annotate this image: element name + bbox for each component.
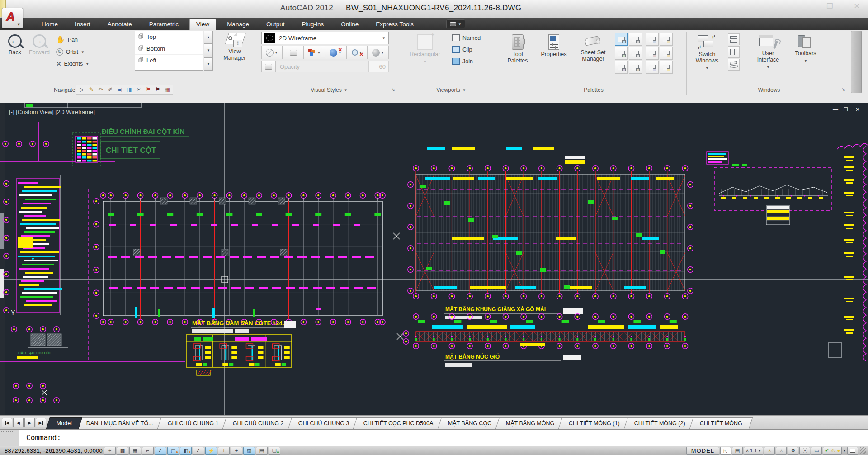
view-manager-button[interactable]: ≡≡ View Manager xyxy=(217,31,252,63)
clipboard-button[interactable] xyxy=(629,61,642,74)
visual-style-wireframe-button[interactable]: ▼ xyxy=(261,46,283,59)
drawing-canvas[interactable]: [-] [Custom View] [2D Wireframe]—❒✕ĐIỀU … xyxy=(0,103,868,415)
views-expand-icon[interactable]: ▼ xyxy=(204,57,213,71)
flag-red-toolbar-button[interactable]: ⚑ xyxy=(144,85,153,94)
model-space-button[interactable]: MODEL xyxy=(686,447,719,455)
view-preset-top[interactable]: Top xyxy=(135,31,203,43)
view-preset-left[interactable]: Left xyxy=(135,55,203,66)
color-faces-button[interactable]: ▼ xyxy=(304,46,325,59)
blue-square-toolbar-button[interactable]: ▣ xyxy=(115,85,124,94)
command-window[interactable]: Command: xyxy=(0,429,868,446)
ribbon-tab-home[interactable]: Home xyxy=(35,19,64,30)
tab-layout-3[interactable]: GHI CHÚ CHUNG 3 xyxy=(288,417,360,429)
grid-dots-toggle[interactable]: ▩ xyxy=(117,447,128,455)
next-tab-button[interactable]: ▶ xyxy=(24,418,35,427)
materials-browser-button[interactable] xyxy=(646,47,659,60)
orbit-button[interactable]: ↻ Orbit▼ xyxy=(54,47,91,57)
grid-toggle[interactable]: ▦ xyxy=(129,447,141,455)
viewport-rectangular-button[interactable]: ✦ Rectangular ▼ xyxy=(404,33,446,67)
views-list[interactable]: TopBottomLeft xyxy=(135,31,203,71)
tab-layout-5[interactable]: MẶT BẰNG CỌC xyxy=(438,417,502,429)
tab-layout-9[interactable]: CHI TIẾT MÓNG xyxy=(689,417,753,429)
viewport-clip-button[interactable]: Clip xyxy=(450,45,482,54)
snap-toggle[interactable]: ⌖ xyxy=(104,447,116,455)
tab-layout-6[interactable]: MẶT BẰNG MÓNG xyxy=(495,417,565,429)
switch-windows-button[interactable]: ↱↱ Switch Windows▼ xyxy=(690,33,724,73)
half-box-toolbar-button[interactable]: ◨ xyxy=(125,85,134,94)
view-preset-bottom[interactable]: Bottom xyxy=(135,43,203,55)
panel-launcher-icon[interactable]: ↘ xyxy=(842,87,845,92)
plot-ok-icon[interactable]: ✔ xyxy=(825,448,829,454)
materials-button[interactable]: ▼ xyxy=(368,46,389,59)
quick-props-toggle[interactable]: ▤ xyxy=(256,447,268,455)
tab-layout-1[interactable]: GHI CHÚ CHUNG 1 xyxy=(157,417,229,429)
perp-snap-toggle[interactable]: ⊥ xyxy=(218,447,230,455)
shadows-off-button[interactable]: ✕▼ xyxy=(325,46,346,59)
annotation-scale-button[interactable]: ⋏1:1▼ xyxy=(744,447,763,455)
tile-vertically-button[interactable] xyxy=(728,46,740,58)
flag-dark-toolbar-button[interactable]: ⚑ xyxy=(153,85,162,94)
viewport-named-button[interactable]: Named xyxy=(450,33,482,42)
warning-icon[interactable]: ⚠ xyxy=(831,448,835,454)
transparency-toggle[interactable]: ▨ xyxy=(243,447,255,455)
bulb-icon[interactable]: ● xyxy=(837,448,840,453)
user-interface-button[interactable]: User Interface▼ xyxy=(751,33,785,72)
isodraft-toggle[interactable]: ∠ xyxy=(193,447,204,455)
section-off-button[interactable]: ✕▼ xyxy=(346,46,368,59)
views-scroll-up-icon[interactable]: ▲ xyxy=(204,31,213,44)
application-menu-button[interactable]: A ▼ xyxy=(2,8,23,28)
tab-layout-0[interactable]: DANH MỤC BẢN VẼ TỔ... xyxy=(76,417,164,429)
opacity-button[interactable] xyxy=(261,61,276,72)
layout-tab-button[interactable]: ▤ xyxy=(732,447,743,455)
layer-properties-button[interactable] xyxy=(615,47,628,60)
polar-toggle[interactable]: ∠ xyxy=(155,447,166,455)
hardware-accel-button[interactable]: ▭ xyxy=(811,447,822,455)
command-line-palette-button[interactable] xyxy=(615,33,628,46)
sun-properties-button[interactable] xyxy=(660,61,673,74)
image-toolbar-button[interactable]: ▦ xyxy=(163,85,172,94)
views-scroll-down-icon[interactable]: ▼ xyxy=(204,44,213,57)
tile-horizontally-button[interactable] xyxy=(728,33,740,45)
ribbon-tab-insert[interactable]: Insert xyxy=(69,19,97,30)
prev-tab-button[interactable]: ◀ xyxy=(13,418,24,427)
resize-grip[interactable] xyxy=(860,447,866,454)
markup-set-manager-button[interactable] xyxy=(615,61,628,74)
close-icon[interactable]: ✕ xyxy=(854,2,860,10)
scissors-toolbar-button[interactable]: ✂ xyxy=(134,85,143,94)
dbconnect-button[interactable] xyxy=(646,33,659,46)
nib-toolbar-button[interactable]: ✐ xyxy=(106,85,115,94)
ribbon-tab-parametric[interactable]: Parametric xyxy=(143,19,185,30)
xray-mode-button[interactable] xyxy=(283,46,304,59)
viewport-join-button[interactable]: Join xyxy=(450,57,482,66)
toolbar-lock-button[interactable]: ▪ xyxy=(799,447,810,455)
osnap-toggle[interactable]: ▢ xyxy=(167,447,179,455)
selection-cycling-toggle[interactable]: ❏ xyxy=(269,447,280,455)
ribbon-tab-annotate[interactable]: Annotate xyxy=(101,19,138,30)
annotation-visibility-button[interactable]: ⋏ xyxy=(764,447,775,455)
infocenter-button[interactable]: ▼ xyxy=(446,19,465,28)
ortho-toggle[interactable]: ⌐ xyxy=(142,447,154,455)
last-tab-button[interactable]: ▶ xyxy=(36,418,46,427)
tab-layout-4[interactable]: CHI TIẾT CỌC PHC D500A xyxy=(353,417,444,429)
dyn-input-toggle[interactable]: + xyxy=(231,447,242,455)
command-prompt[interactable]: Command: xyxy=(26,433,61,442)
tab-layout-7[interactable]: CHI TIẾT MÓNG (1) xyxy=(558,417,630,429)
ribbon-tab-plug-ins[interactable]: Plug-ins xyxy=(295,19,330,30)
quickcalc-button[interactable] xyxy=(629,47,642,60)
tab-layout-8[interactable]: CHI TIẾT MÓNG (2) xyxy=(624,417,696,429)
ribbon-tab-manage[interactable]: Manage xyxy=(221,19,255,30)
panel-label-palettes[interactable]: Palettes xyxy=(503,85,684,95)
first-tab-button[interactable]: ◀ xyxy=(2,418,12,427)
back-button[interactable]: ← Back xyxy=(5,33,24,68)
annotation-auto-button[interactable]: ⋏ xyxy=(776,447,787,455)
panel-label-windows[interactable]: Windows xyxy=(690,85,848,95)
restore-icon[interactable]: ❒ xyxy=(826,2,833,10)
forward-button[interactable]: → Forward xyxy=(26,33,52,68)
pan-button[interactable]: ✋ Pan xyxy=(54,34,91,45)
sheet-set-manager-button[interactable]: Sheet Set Manager xyxy=(575,33,611,64)
command-window-grip[interactable] xyxy=(0,430,19,447)
workspace-switch-button[interactable]: ⚙ xyxy=(788,447,798,455)
3d-osnap-toggle[interactable]: ◧ xyxy=(180,447,192,455)
lights-button[interactable] xyxy=(660,33,673,46)
pencil-toolbar-button[interactable]: ✎ xyxy=(87,85,96,94)
